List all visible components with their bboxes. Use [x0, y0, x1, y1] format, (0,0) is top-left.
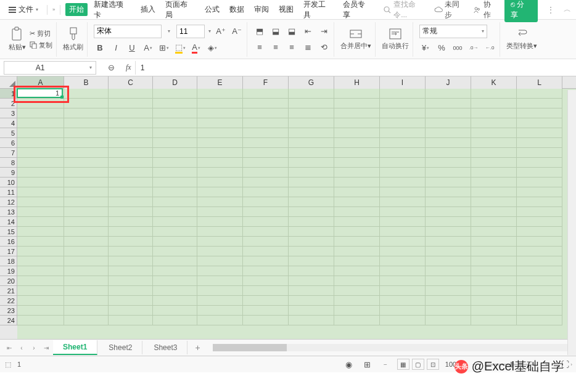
effects-icon[interactable]: ◈ — [206, 42, 218, 54]
zoom-out-icon[interactable]: − — [380, 359, 391, 370]
number-format-select[interactable]: 常规 ▾ — [419, 25, 487, 38]
font-name-input[interactable] — [94, 25, 162, 38]
sheet-nav-first[interactable]: ⇤ — [4, 342, 15, 353]
italic-icon[interactable]: I — [110, 42, 122, 54]
sheet-nav-last[interactable]: ⇥ — [41, 342, 52, 353]
row-header-5[interactable]: 5 — [0, 128, 17, 138]
tab-formula[interactable]: 公式 — [201, 2, 223, 17]
cut-button[interactable]: ✂剪切 — [30, 29, 52, 38]
ribbon-overflow-icon[interactable]: › — [570, 362, 572, 367]
row-header-6[interactable]: 6 — [0, 138, 17, 148]
row-header-19[interactable]: 19 — [0, 266, 17, 276]
row-header-11[interactable]: 11 — [0, 187, 17, 197]
row-header-15[interactable]: 15 — [0, 227, 17, 237]
tab-view[interactable]: 视图 — [275, 2, 297, 17]
row-header-12[interactable]: 12 — [0, 197, 17, 207]
col-header-B[interactable]: B — [64, 76, 109, 89]
font-size-input[interactable] — [176, 25, 205, 38]
row-header-22[interactable]: 22 — [0, 296, 17, 306]
share-button[interactable]: ⎋分享 — [504, 0, 538, 22]
underline-icon[interactable]: U — [126, 42, 138, 54]
bold-icon[interactable]: B — [94, 42, 106, 54]
row-header-21[interactable]: 21 — [0, 286, 17, 296]
zoom-label[interactable]: 100% — [445, 361, 463, 368]
sheet-tab-3[interactable]: Sheet3 — [144, 341, 187, 354]
row-header-8[interactable]: 8 — [0, 158, 17, 168]
strikethrough-icon[interactable]: A — [142, 42, 154, 54]
zoom-minus-icon[interactable]: − — [469, 359, 480, 370]
col-header-F[interactable]: F — [243, 76, 289, 89]
percent-icon[interactable]: % — [435, 42, 448, 54]
view-page-icon[interactable]: ▢ — [412, 359, 424, 370]
select-all-corner[interactable] — [0, 76, 17, 89]
border-icon[interactable]: ⊞ — [158, 42, 170, 54]
row-header-3[interactable]: 3 — [0, 108, 17, 118]
row-header-1[interactable]: 1 — [0, 89, 17, 99]
tab-layout[interactable]: 页面布局 — [162, 0, 199, 23]
view-eye-icon[interactable]: ◉ — [343, 358, 355, 370]
tab-insert[interactable]: 插入 — [137, 2, 159, 17]
fill-color-icon[interactable]: ⬚ — [174, 42, 186, 54]
row-header-18[interactable]: 18 — [0, 256, 17, 266]
col-header-L[interactable]: L — [517, 76, 562, 89]
comma-icon[interactable]: 000 — [451, 42, 464, 54]
col-header-A[interactable]: A — [17, 76, 64, 89]
justify-icon[interactable]: ≣ — [302, 41, 314, 54]
vertical-scrollbar[interactable] — [567, 90, 576, 355]
view-grid-icon[interactable]: ⊞ — [361, 358, 374, 370]
dec-decimal-icon[interactable]: ←.0 — [483, 42, 496, 54]
active-cell[interactable]: 1 — [17, 88, 63, 98]
align-center-icon[interactable]: ≡ — [269, 41, 282, 54]
horizontal-scrollbar[interactable] — [213, 344, 567, 351]
col-header-G[interactable]: G — [289, 76, 334, 89]
align-left-icon[interactable]: ≡ — [253, 41, 266, 54]
sheet-tab-1[interactable]: Sheet1 — [53, 340, 97, 355]
fullscreen-icon[interactable]: ⛶ — [559, 358, 571, 370]
sheet-tab-2[interactable]: Sheet2 — [99, 341, 142, 354]
indent-dec-icon[interactable]: ⇤ — [302, 25, 314, 38]
inc-decimal-icon[interactable]: .0→ — [467, 42, 480, 54]
row-header-13[interactable]: 13 — [0, 207, 17, 217]
col-header-C[interactable]: C — [109, 76, 153, 89]
tab-dev[interactable]: 开发工具 — [300, 0, 337, 23]
paste-button[interactable]: 粘贴▾ — [9, 27, 26, 52]
row-header-2[interactable]: 2 — [0, 99, 17, 108]
view-break-icon[interactable]: ⊡ — [427, 359, 439, 370]
fx-icon[interactable]: fx — [122, 63, 135, 72]
tab-start[interactable]: 开始 — [65, 3, 88, 16]
row-header-16[interactable]: 16 — [0, 237, 17, 247]
cells-area[interactable]: 1 — [17, 89, 576, 339]
more-icon[interactable]: ⋮ — [544, 5, 557, 15]
row-header-9[interactable]: 9 — [0, 168, 17, 178]
formula-input[interactable]: 1 — [135, 61, 576, 75]
type-convert-button[interactable]: 类型转换▾ — [506, 28, 537, 51]
row-header-24[interactable]: 24 — [0, 316, 17, 325]
tab-review[interactable]: 审阅 — [250, 2, 273, 17]
file-menu[interactable]: 文件 ▾ — [5, 3, 42, 16]
row-header-4[interactable]: 4 — [0, 118, 17, 128]
row-header-17[interactable]: 17 — [0, 247, 17, 256]
align-top-icon[interactable]: ⬒ — [253, 25, 266, 38]
tab-data[interactable]: 数据 — [226, 2, 248, 17]
align-bottom-icon[interactable]: ⬓ — [286, 25, 298, 38]
row-header-10[interactable]: 10 — [0, 178, 17, 187]
col-header-J[interactable]: J — [426, 76, 471, 89]
orientation-icon[interactable]: ⟲ — [318, 41, 330, 54]
zoom-slider[interactable] — [486, 364, 535, 365]
row-header-14[interactable]: 14 — [0, 217, 17, 227]
decrease-font-icon[interactable]: A⁻ — [231, 25, 243, 38]
sheet-nav-prev[interactable]: ‹ — [16, 342, 27, 353]
cancel-icon[interactable]: ⊖ — [105, 62, 117, 74]
indent-inc-icon[interactable]: ⇥ — [318, 25, 330, 38]
col-header-K[interactable]: K — [471, 76, 517, 89]
name-box[interactable]: A1 — [4, 61, 96, 75]
row-header-7[interactable]: 7 — [0, 148, 17, 158]
row-header-23[interactable]: 23 — [0, 306, 17, 316]
tab-newtab[interactable]: 新建选项卡 — [90, 0, 134, 23]
font-color-icon[interactable]: A — [190, 42, 202, 54]
view-normal-icon[interactable]: ▦ — [397, 359, 409, 370]
row-header-20[interactable]: 20 — [0, 276, 17, 286]
format-painter-button[interactable]: 格式刷 — [63, 27, 83, 52]
merge-button[interactable]: 合并居中▾ — [340, 28, 371, 51]
col-header-H[interactable]: H — [334, 76, 380, 89]
